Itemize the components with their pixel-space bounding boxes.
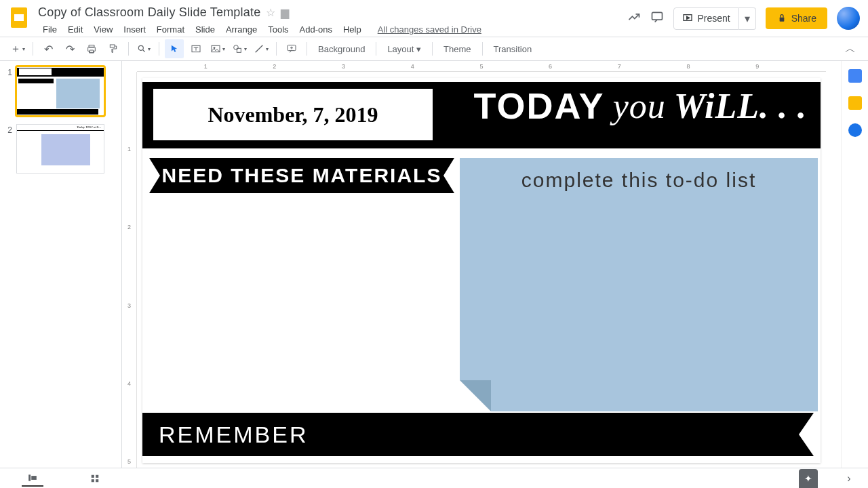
layout-button[interactable]: Layout ▾ <box>382 44 427 54</box>
select-tool[interactable] <box>165 39 184 58</box>
svg-rect-25 <box>96 479 98 482</box>
comments-icon[interactable] <box>650 10 664 26</box>
svg-rect-1 <box>14 14 24 21</box>
account-avatar[interactable] <box>837 7 860 30</box>
slide-number: 2 <box>3 124 12 135</box>
ruler-vertical: 12345 <box>122 72 137 468</box>
transition-button[interactable]: Transition <box>488 44 538 54</box>
menu-slide[interactable]: Slide <box>191 22 220 37</box>
svg-rect-22 <box>92 474 94 477</box>
svg-line-8 <box>143 50 145 52</box>
filmstrip[interactable]: 1 2 Today YOU will... <box>0 61 122 468</box>
date-box[interactable]: November, 7, 2019 <box>153 89 433 140</box>
theme-button[interactable]: Theme <box>438 44 476 54</box>
bottom-bar: ✦ › <box>0 468 868 488</box>
menu-file[interactable]: File <box>38 22 62 37</box>
svg-line-16 <box>256 45 263 53</box>
toolbar: ＋ ↶ ↷ Background Layout ▾ Theme Transiti… <box>0 37 868 61</box>
slide-thumbnail-2[interactable]: Today YOU will... <box>16 124 104 174</box>
share-label: Share <box>791 13 816 24</box>
ruler-horizontal: 123456789 <box>137 61 826 72</box>
grid-view-button[interactable] <box>84 470 106 487</box>
shape-tool[interactable] <box>230 39 249 58</box>
paint-format-button[interactable] <box>104 39 123 58</box>
remember-text: REMEMBER <box>159 422 308 448</box>
svg-rect-6 <box>110 45 115 47</box>
image-tool[interactable] <box>208 39 227 58</box>
svg-rect-21 <box>31 476 37 480</box>
redo-button[interactable]: ↷ <box>60 39 79 58</box>
undo-button[interactable]: ↶ <box>39 39 58 58</box>
star-icon[interactable]: ☆ <box>266 6 275 19</box>
materials-ribbon[interactable]: NEED THESE MATERIALS <box>149 158 454 193</box>
side-panel <box>841 61 868 468</box>
materials-text: NEED THESE MATERIALS <box>162 164 442 187</box>
background-button[interactable]: Background <box>313 44 370 54</box>
menu-format[interactable]: Format <box>152 22 189 37</box>
activity-icon[interactable] <box>627 10 641 26</box>
hide-menus-button[interactable]: ︿ <box>841 39 860 58</box>
menu-arrange[interactable]: Arrange <box>221 22 262 37</box>
menu-view[interactable]: View <box>89 22 117 37</box>
svg-rect-20 <box>28 474 31 481</box>
slide-number: 1 <box>3 66 12 77</box>
svg-rect-24 <box>92 479 94 482</box>
calendar-addon-icon[interactable] <box>848 69 862 83</box>
svg-marker-4 <box>687 16 690 19</box>
keep-addon-icon[interactable] <box>848 96 862 110</box>
comment-button[interactable] <box>282 39 301 58</box>
print-button[interactable] <box>82 39 101 58</box>
present-label: Present <box>697 13 730 24</box>
tasks-addon-icon[interactable] <box>848 123 862 137</box>
side-panel-toggle[interactable]: › <box>838 470 860 487</box>
menu-edit[interactable]: Edit <box>63 22 87 37</box>
explore-button[interactable]: ✦ <box>799 469 818 488</box>
remember-footer[interactable]: REMEMBER <box>142 413 814 456</box>
move-folder-icon[interactable]: ▆ <box>281 6 289 19</box>
menu-bar: File Edit View Insert Format Slide Arran… <box>38 22 627 37</box>
save-status[interactable]: All changes saved in Drive <box>373 22 486 37</box>
app-icon[interactable] <box>5 4 33 31</box>
menu-addons[interactable]: Add-ons <box>295 22 337 37</box>
document-title[interactable]: Copy of Classroom Daily Slide Template <box>38 5 260 20</box>
today-you-will-heading[interactable]: TODAY you WiLL. . . <box>474 85 807 127</box>
svg-rect-2 <box>652 12 663 20</box>
textbox-tool[interactable] <box>186 39 205 58</box>
slide-thumbnail-1[interactable] <box>16 66 104 116</box>
date-text: November, 7, 2019 <box>208 102 378 127</box>
canvas-area[interactable]: 123456789 12345 November, 7, 2019 TODAY … <box>122 61 841 468</box>
new-slide-button[interactable]: ＋ <box>8 39 27 58</box>
share-button[interactable]: Share <box>766 7 827 29</box>
filmstrip-view-button[interactable] <box>22 470 43 487</box>
line-tool[interactable] <box>252 39 271 58</box>
present-button[interactable]: Present <box>673 7 738 30</box>
svg-rect-23 <box>96 474 98 477</box>
todo-text: complete this to-do list <box>460 158 818 192</box>
svg-point-14 <box>234 45 239 50</box>
note-fold-corner <box>460 380 491 411</box>
menu-help[interactable]: Help <box>338 22 366 37</box>
menu-tools[interactable]: Tools <box>263 22 293 37</box>
slide-canvas[interactable]: November, 7, 2019 TODAY you WiLL. . . NE… <box>142 78 821 463</box>
todo-note[interactable]: complete this to-do list <box>460 158 818 411</box>
present-dropdown[interactable]: ▾ <box>739 7 756 30</box>
svg-point-7 <box>138 45 143 50</box>
zoom-button[interactable] <box>134 39 153 58</box>
slide-header-bar[interactable]: November, 7, 2019 TODAY you WiLL. . . <box>142 82 821 148</box>
menu-insert[interactable]: Insert <box>119 22 151 37</box>
svg-rect-5 <box>779 18 784 22</box>
title-bar: Copy of Classroom Daily Slide Template ☆… <box>0 0 868 37</box>
